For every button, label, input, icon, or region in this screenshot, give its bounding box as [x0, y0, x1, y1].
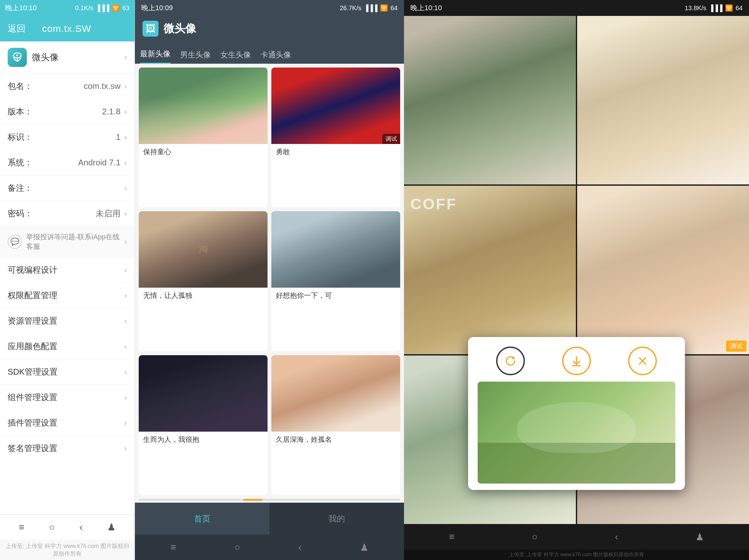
p2-nav-menu-icon[interactable]: ≡	[170, 542, 176, 553]
p1-section-label-color: 应用颜色配置	[8, 341, 124, 352]
p2-card-3[interactable]: 好想抱你一下，可	[271, 211, 400, 351]
p3-popup-refresh-button[interactable]	[496, 346, 525, 375]
p2-nav-person-icon[interactable]: ♟	[360, 542, 369, 553]
p1-app-icon-row[interactable]: 微头像 ›	[0, 41, 134, 73]
p1-nav-back-icon[interactable]: ‹	[79, 522, 83, 533]
p1-arrow-password: ›	[124, 209, 127, 218]
p1-row-password[interactable]: 密码： 未启用 ›	[0, 201, 134, 226]
p1-section-arrow-widget: ›	[124, 393, 127, 402]
p1-value-package: com.tx.sw	[40, 81, 124, 91]
p1-label-note: 备注：	[8, 182, 40, 194]
p1-section-arrow-sig: ›	[124, 444, 127, 453]
p1-section-perm[interactable]: 权限配置管理 ›	[0, 283, 134, 308]
p3-cell-1[interactable]	[577, 16, 749, 184]
p2-signal-bars: ▐▐▐	[364, 4, 378, 12]
p2-card-img-4	[139, 355, 268, 432]
p2-card-caption-2: 无情，让人孤独	[139, 288, 268, 304]
p2-tab-male[interactable]: 男生头像	[180, 50, 211, 64]
p1-section-widget[interactable]: 组件管理设置 ›	[0, 385, 134, 410]
p1-section-arrow-visual: ›	[124, 266, 127, 274]
p2-card-5[interactable]: 久居深海，姓孤名	[271, 355, 400, 495]
p2-card-2[interactable]: 淘 无情，让人孤独	[139, 211, 268, 351]
p3-nav-menu-icon[interactable]: ≡	[449, 531, 455, 542]
p3-debug-badge-3: 调试	[726, 340, 746, 352]
p2-nav-back-icon[interactable]: ‹	[298, 542, 302, 553]
p3-popup-download-button[interactable]	[562, 346, 591, 375]
p1-arrow-package: ›	[124, 82, 127, 91]
p1-signal: 0.1K/s	[75, 4, 93, 12]
p2-tab-female[interactable]: 女生头像	[220, 50, 251, 64]
p2-bottom-nav: 首页 我的	[135, 503, 404, 535]
p3-status-bar: 晚上10:10 13.8K/s ▐▐▐ 🛜 64	[404, 0, 749, 16]
p3-nav-home-icon[interactable]: ○	[532, 531, 538, 542]
p1-section-plugin[interactable]: 插件管理设置 ›	[0, 410, 134, 436]
p2-bottom-home[interactable]: 首页	[135, 503, 270, 535]
p1-nav-person-icon[interactable]: ♟	[107, 521, 116, 533]
p3-cell-3[interactable]: 调试	[577, 186, 749, 354]
p1-section-label-visual: 可视编程设计	[8, 264, 124, 275]
p1-row-system[interactable]: 系统： Android 7.1 ›	[0, 150, 134, 176]
p2-card-img-1: 调试	[271, 68, 400, 144]
p1-report-row[interactable]: 💬 举报投诉等问题-联系iApp在线客服 ›	[0, 226, 134, 257]
p2-card-4[interactable]: 生而为人，我很抱	[139, 355, 268, 495]
p2-battery-label: 64	[391, 4, 398, 12]
p3-battery-label: 64	[735, 4, 743, 12]
p1-section-arrow-res: ›	[124, 317, 127, 326]
p1-arrow-system: ›	[124, 158, 127, 167]
p1-nav-menu-icon[interactable]: ≡	[19, 522, 25, 533]
p1-row-flag[interactable]: 标识： 1 ›	[0, 125, 134, 150]
p2-nav-bar: ≡ ○ ‹ ♟	[135, 535, 404, 560]
p3-status-info: 13.8K/s ▐▐▐ 🛜 64	[685, 4, 743, 12]
p1-status-info: 0.1K/s ▐▐▐ 🛜 63	[75, 4, 129, 12]
panel3: 晚上10:10 13.8K/s ▐▐▐ 🛜 64 COFF 调试 调试	[404, 0, 749, 560]
p1-label-version: 版本：	[8, 106, 40, 117]
p1-section-arrow-plugin: ›	[124, 419, 127, 427]
p1-section-res[interactable]: 资源管理设置 ›	[0, 308, 134, 334]
p2-header-title: 微头像	[164, 21, 196, 36]
p1-nav-home-icon[interactable]: ○	[49, 522, 55, 533]
p1-section-visual[interactable]: 可视编程设计 ›	[0, 257, 134, 283]
p3-signal-bars: ▐▐▐	[709, 4, 723, 12]
p2-card-img-2: 淘	[139, 211, 268, 288]
p2-card-0[interactable]: 保持童心	[139, 68, 268, 207]
p2-scroll-indicator	[139, 499, 400, 501]
p1-battery-label: 63	[123, 4, 129, 12]
p1-back-button[interactable]: 返回	[8, 23, 25, 35]
p1-row-package[interactable]: 包名： com.tx.sw ›	[0, 73, 134, 99]
p3-coffee-text: COFF	[410, 195, 457, 213]
p2-bottom-mine[interactable]: 我的	[270, 503, 404, 535]
p3-nav-back-icon[interactable]: ‹	[615, 531, 618, 542]
p1-section-arrow-color: ›	[124, 342, 127, 351]
p2-tabs: 最新头像 男生头像 女生头像 卡通头像	[135, 41, 404, 64]
p1-section-label-plugin: 插件管理设置	[8, 417, 124, 428]
p1-row-note[interactable]: 备注： ›	[0, 176, 134, 201]
p2-header-icon-symbol: 🖼	[146, 23, 155, 34]
p1-section-sdk[interactable]: SDK管理设置 ›	[0, 359, 134, 385]
p2-signal: 26.7K/s	[340, 4, 361, 12]
p3-wifi-icon: 🛜	[725, 4, 733, 12]
p1-section-sig[interactable]: 签名管理设置 ›	[0, 436, 134, 461]
p3-cell-2[interactable]: COFF 调试	[404, 186, 576, 354]
p1-header: 返回 com.tx.SW	[0, 16, 134, 41]
p1-label-flag: 标识：	[8, 132, 40, 143]
p2-status-info: 26.7K/s ▐▐▐ 🛜 64	[340, 4, 398, 12]
p2-nav-home-icon[interactable]: ○	[234, 542, 240, 553]
p2-card-img-5	[271, 355, 400, 432]
p2-card-1[interactable]: 调试 勇敢	[271, 68, 400, 207]
p1-header-title: com.tx.SW	[42, 23, 91, 34]
p3-popup-actions	[478, 346, 675, 375]
p1-nav-bar: ≡ ○ ‹ ♟	[0, 514, 134, 540]
p3-cell-0[interactable]	[404, 16, 576, 184]
p2-header-icon: 🖼	[143, 21, 158, 37]
p2-tab-cartoon[interactable]: 卡通头像	[260, 50, 291, 64]
p1-section-label-perm: 权限配置管理	[8, 290, 124, 301]
p1-row-version[interactable]: 版本： 2.1.8 ›	[0, 99, 134, 125]
p1-section-color[interactable]: 应用颜色配置 ›	[0, 334, 134, 359]
p3-popup-close-button[interactable]	[628, 346, 657, 375]
p1-label-system: 系统：	[8, 157, 40, 168]
p1-section-label-sdk: SDK管理设置	[8, 366, 124, 378]
p3-nav-person-icon[interactable]: ♟	[696, 531, 704, 542]
p1-section-label-sig: 签名管理设置	[8, 443, 124, 454]
p2-tab-latest[interactable]: 最新头像	[140, 49, 171, 64]
p3-time: 晚上10:10	[410, 3, 442, 13]
